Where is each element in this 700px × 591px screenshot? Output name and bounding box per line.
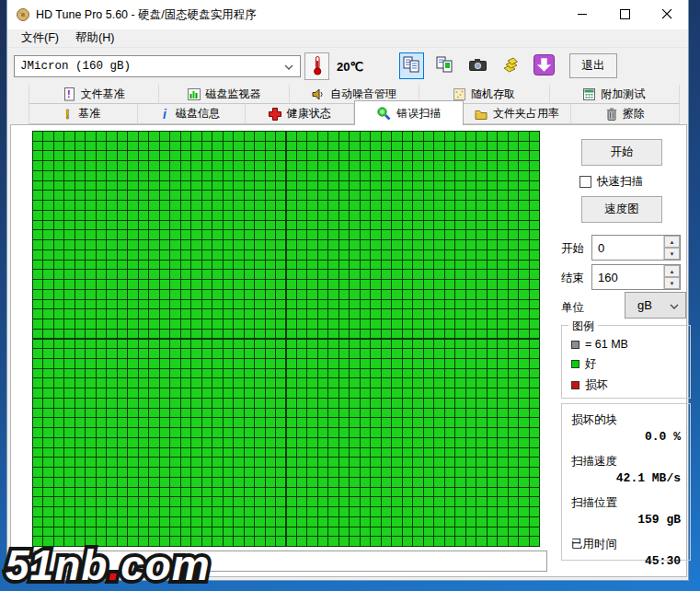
update-button[interactable]: [532, 52, 557, 79]
speed-map-button[interactable]: 速度图: [581, 196, 662, 223]
erase-icon: [606, 108, 617, 121]
menu-help[interactable]: 帮助(H): [67, 29, 122, 48]
close-button[interactable]: [646, 0, 688, 29]
quick-scan-checkbox[interactable]: [580, 176, 591, 188]
stat-damaged-blocks: 损坏的块 0.0 %: [571, 412, 681, 444]
svg-text:!: !: [67, 88, 71, 99]
legend-block-size: = 61 MB: [571, 338, 690, 351]
stat-value: 42.1 MB/s: [571, 471, 681, 485]
block-swatch: [571, 341, 580, 349]
stat-label: 已用时间: [571, 537, 681, 552]
start-position-label: 开始: [561, 241, 584, 257]
stat-scan-speed: 扫描速度 42.1 MB/s: [571, 454, 681, 485]
scan-stats-box: 损坏的块 0.0 % 扫描速度 42.1 MB/s 扫描位置 159 gB 已用…: [561, 403, 691, 561]
legend-title: 图例: [568, 319, 598, 334]
svg-text:51nb.com: 51nb.com: [6, 541, 211, 589]
screenshot-button[interactable]: [465, 52, 490, 79]
svg-text:i: i: [163, 108, 167, 121]
tab-benchmark[interactable]: ! 基准: [29, 104, 138, 124]
hd-tune-logo-icon: [16, 7, 30, 22]
temperature-button[interactable]: [304, 52, 329, 80]
spin-down-icon[interactable]: ▼: [664, 277, 680, 289]
tab-label: 错误扫描: [396, 106, 441, 122]
tab-disk-info[interactable]: i 磁盘信息: [138, 104, 247, 124]
tab-label: 健康状态: [287, 106, 331, 122]
good-swatch: [571, 360, 580, 368]
copy-image-button[interactable]: [432, 52, 457, 79]
legend-box: 图例 = 61 MB 好 损坏: [561, 325, 691, 399]
unit-label: 单位: [561, 300, 584, 316]
folder-usage-icon: [475, 109, 488, 120]
spin-up-icon[interactable]: ▲: [664, 265, 680, 277]
drive-select-dropdown[interactable]: JMicron (160 gB): [14, 55, 301, 77]
error-scan-panel: 开始 快速扫描 速度图 开始 0 ▲ ▼ 结束 160 ▲ ▼ 单位 gB: [10, 124, 687, 577]
stat-label: 损坏的块: [571, 412, 681, 428]
tab-erase[interactable]: 擦除: [571, 104, 680, 124]
tab-label: 文件基准: [81, 87, 125, 102]
maximize-icon: [620, 8, 630, 22]
bad-swatch: [571, 381, 580, 389]
close-icon: [662, 8, 672, 22]
tab-label: 擦除: [623, 106, 645, 122]
health-icon: [269, 108, 281, 121]
tab-error-scan[interactable]: 错误扫描: [354, 100, 464, 125]
quick-scan-label: 快速扫描: [597, 174, 643, 190]
app-window: HD Tune Pro 5.60 - 硬盘/固态硬盘实用程序 文件(F) 帮助(…: [6, 0, 689, 581]
tab-label: 基准: [78, 106, 100, 122]
thermometer-icon: [313, 55, 322, 78]
spin-up-icon[interactable]: ▲: [664, 236, 680, 248]
save-button[interactable]: [499, 52, 523, 79]
disk-monitor-icon: [188, 88, 201, 100]
legend-good-label: 好: [585, 356, 597, 372]
quick-scan-option[interactable]: 快速扫描: [580, 174, 643, 190]
stat-value: 0.0 %: [571, 430, 681, 444]
menu-file[interactable]: 文件(F): [13, 29, 67, 48]
tab-file-benchmark[interactable]: ! 文件基准: [29, 85, 159, 104]
copy-text-icon: [403, 56, 420, 76]
tab-disk-monitor[interactable]: 磁盘监视器: [159, 85, 289, 104]
watermark-dot: .: [108, 541, 120, 589]
scan-grid: [32, 131, 540, 547]
spin-down-icon[interactable]: ▼: [664, 248, 680, 260]
tab-health[interactable]: 健康状态: [246, 104, 354, 124]
tab-label: 附加测试: [601, 87, 645, 102]
tab-label: 磁盘监视器: [206, 87, 261, 102]
minimize-icon: [578, 8, 588, 22]
error-scan-icon: [376, 106, 391, 121]
aam-icon: [312, 88, 325, 100]
stat-value: 159 gB: [571, 513, 681, 527]
start-scan-button[interactable]: 开始: [581, 139, 662, 166]
tab-label: 文件夹占用率: [493, 106, 559, 122]
download-arrow-icon: [534, 54, 555, 78]
minimize-button[interactable]: [561, 0, 603, 29]
end-position-value[interactable]: 160: [592, 265, 663, 289]
camera-icon: [469, 58, 488, 75]
chevron-down-icon: [670, 304, 679, 309]
tab-label: 磁盘信息: [176, 106, 220, 122]
stat-label: 扫描位置: [571, 495, 681, 511]
file-benchmark-icon: !: [63, 87, 75, 101]
tab-folder-usage[interactable]: 文件夹占用率: [464, 104, 572, 124]
end-position-label: 结束: [561, 271, 584, 286]
copy-text-button[interactable]: [399, 52, 424, 79]
watermark-right: com: [120, 541, 211, 589]
exit-button[interactable]: 退出: [569, 53, 617, 78]
svg-text:!: !: [65, 108, 70, 121]
copy-image-icon: [436, 56, 453, 76]
save-icon: [502, 57, 520, 75]
tab-extra-tests[interactable]: 附加测试: [550, 85, 680, 104]
legend-bad-label: 损坏: [585, 377, 608, 393]
stat-value: 45:30: [571, 554, 681, 568]
chevron-down-icon: [284, 64, 293, 70]
unit-dropdown[interactable]: gB: [625, 292, 686, 319]
unit-value: gB: [637, 298, 652, 312]
legend-good: 好: [571, 356, 690, 372]
title-bar: HD Tune Pro 5.60 - 硬盘/固态硬盘实用程序: [7, 0, 688, 29]
start-position-spinner[interactable]: 0 ▲ ▼: [591, 235, 681, 261]
menu-bar: 文件(F) 帮助(H): [7, 29, 688, 48]
tab-label: 自动噪音管理: [330, 87, 396, 102]
end-position-spinner[interactable]: 160 ▲ ▼: [591, 264, 681, 290]
temperature-value: 20℃: [337, 60, 363, 74]
maximize-button[interactable]: [603, 0, 646, 29]
start-position-value[interactable]: 0: [592, 236, 663, 260]
